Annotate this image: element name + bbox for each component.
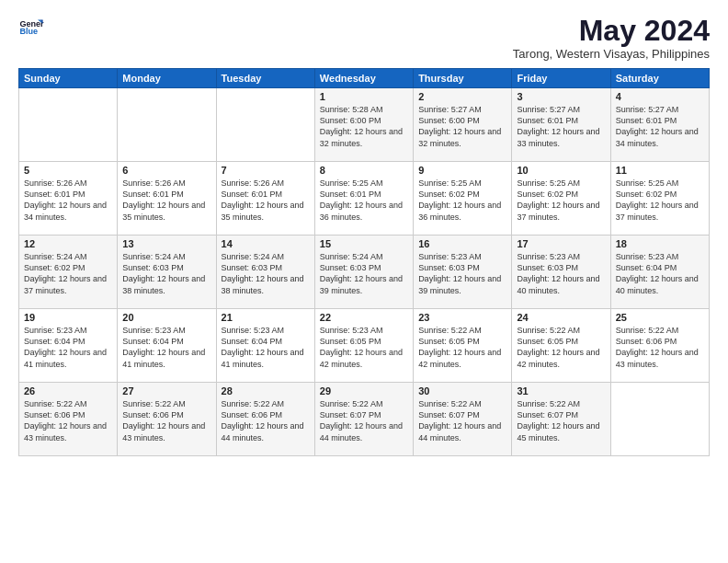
day-number: 7 <box>222 165 310 176</box>
table-row <box>216 88 314 162</box>
calendar-week-row: 12Sunrise: 5:24 AMSunset: 6:02 PMDayligh… <box>19 236 710 309</box>
day-number: 4 <box>616 91 704 102</box>
day-info: Sunrise: 5:25 AMSunset: 6:01 PMDaylight:… <box>320 178 408 223</box>
day-info: Sunrise: 5:23 AMSunset: 6:03 PMDaylight:… <box>418 251 506 296</box>
table-row: 14Sunrise: 5:24 AMSunset: 6:03 PMDayligh… <box>216 236 314 309</box>
title-block: May 2024 Tarong, Western Visayas, Philip… <box>513 15 710 61</box>
day-number: 16 <box>418 238 506 249</box>
day-info: Sunrise: 5:23 AMSunset: 6:04 PMDaylight:… <box>122 325 210 370</box>
day-info: Sunrise: 5:27 AMSunset: 6:01 PMDaylight:… <box>616 104 704 149</box>
table-row: 24Sunrise: 5:22 AMSunset: 6:05 PMDayligh… <box>512 309 610 383</box>
day-number: 9 <box>418 165 506 176</box>
table-row: 12Sunrise: 5:24 AMSunset: 6:02 PMDayligh… <box>19 236 118 309</box>
table-row: 13Sunrise: 5:24 AMSunset: 6:03 PMDayligh… <box>118 236 216 309</box>
day-info: Sunrise: 5:23 AMSunset: 6:04 PMDaylight:… <box>24 325 112 370</box>
table-row: 5Sunrise: 5:26 AMSunset: 6:01 PMDaylight… <box>19 162 118 236</box>
table-row: 27Sunrise: 5:22 AMSunset: 6:06 PMDayligh… <box>118 383 216 456</box>
logo-icon: General Blue <box>18 15 44 40</box>
table-row: 2Sunrise: 5:27 AMSunset: 6:00 PMDaylight… <box>414 88 512 162</box>
table-row: 21Sunrise: 5:23 AMSunset: 6:04 PMDayligh… <box>216 309 314 383</box>
day-info: Sunrise: 5:26 AMSunset: 6:01 PMDaylight:… <box>24 178 112 223</box>
table-row: 31Sunrise: 5:22 AMSunset: 6:07 PMDayligh… <box>512 383 610 456</box>
table-row: 30Sunrise: 5:22 AMSunset: 6:07 PMDayligh… <box>414 383 512 456</box>
col-tuesday: Tuesday <box>216 69 314 88</box>
table-row: 4Sunrise: 5:27 AMSunset: 6:01 PMDaylight… <box>610 88 709 162</box>
header-row: Sunday Monday Tuesday Wednesday Thursday… <box>19 69 710 88</box>
table-row: 18Sunrise: 5:23 AMSunset: 6:04 PMDayligh… <box>610 236 709 309</box>
day-info: Sunrise: 5:22 AMSunset: 6:05 PMDaylight:… <box>418 325 506 370</box>
day-info: Sunrise: 5:22 AMSunset: 6:07 PMDaylight:… <box>517 398 605 443</box>
day-number: 11 <box>616 165 704 176</box>
day-number: 21 <box>222 312 310 323</box>
table-row: 7Sunrise: 5:26 AMSunset: 6:01 PMDaylight… <box>216 162 314 236</box>
day-number: 29 <box>320 385 408 396</box>
calendar-week-row: 5Sunrise: 5:26 AMSunset: 6:01 PMDaylight… <box>19 162 710 236</box>
day-info: Sunrise: 5:25 AMSunset: 6:02 PMDaylight:… <box>418 178 506 223</box>
day-number: 19 <box>24 312 112 323</box>
calendar-page: General Blue May 2024 Tarong, Western Vi… <box>0 0 728 563</box>
location-text: Tarong, Western Visayas, Philippines <box>513 47 710 61</box>
col-friday: Friday <box>512 69 610 88</box>
table-row: 25Sunrise: 5:22 AMSunset: 6:06 PMDayligh… <box>610 309 709 383</box>
table-row: 29Sunrise: 5:22 AMSunset: 6:07 PMDayligh… <box>314 383 413 456</box>
header: General Blue May 2024 Tarong, Western Vi… <box>18 15 710 61</box>
table-row: 16Sunrise: 5:23 AMSunset: 6:03 PMDayligh… <box>414 236 512 309</box>
table-row: 8Sunrise: 5:25 AMSunset: 6:01 PMDaylight… <box>314 162 413 236</box>
day-info: Sunrise: 5:28 AMSunset: 6:00 PMDaylight:… <box>320 104 408 149</box>
table-row: 6Sunrise: 5:26 AMSunset: 6:01 PMDaylight… <box>118 162 216 236</box>
table-row: 10Sunrise: 5:25 AMSunset: 6:02 PMDayligh… <box>512 162 610 236</box>
table-row: 23Sunrise: 5:22 AMSunset: 6:05 PMDayligh… <box>414 309 512 383</box>
table-row: 11Sunrise: 5:25 AMSunset: 6:02 PMDayligh… <box>610 162 709 236</box>
day-number: 14 <box>222 238 310 249</box>
day-number: 13 <box>122 238 210 249</box>
day-number: 12 <box>24 238 112 249</box>
table-row: 3Sunrise: 5:27 AMSunset: 6:01 PMDaylight… <box>512 88 610 162</box>
day-number: 1 <box>320 91 408 102</box>
day-info: Sunrise: 5:22 AMSunset: 6:06 PMDaylight:… <box>222 398 310 443</box>
day-number: 8 <box>320 165 408 176</box>
day-info: Sunrise: 5:24 AMSunset: 6:03 PMDaylight:… <box>122 251 210 296</box>
table-row: 15Sunrise: 5:24 AMSunset: 6:03 PMDayligh… <box>314 236 413 309</box>
day-info: Sunrise: 5:26 AMSunset: 6:01 PMDaylight:… <box>222 178 310 223</box>
day-number: 23 <box>418 312 506 323</box>
day-number: 24 <box>517 312 605 323</box>
day-number: 2 <box>418 91 506 102</box>
day-info: Sunrise: 5:22 AMSunset: 6:06 PMDaylight:… <box>616 325 704 370</box>
logo: General Blue <box>18 15 44 40</box>
day-info: Sunrise: 5:23 AMSunset: 6:05 PMDaylight:… <box>320 325 408 370</box>
day-number: 3 <box>517 91 605 102</box>
col-thursday: Thursday <box>414 69 512 88</box>
table-row: 1Sunrise: 5:28 AMSunset: 6:00 PMDaylight… <box>314 88 413 162</box>
calendar-week-row: 19Sunrise: 5:23 AMSunset: 6:04 PMDayligh… <box>19 309 710 383</box>
day-info: Sunrise: 5:25 AMSunset: 6:02 PMDaylight:… <box>616 178 704 223</box>
day-info: Sunrise: 5:22 AMSunset: 6:06 PMDaylight:… <box>122 398 210 443</box>
svg-text:Blue: Blue <box>19 27 38 36</box>
table-row: 17Sunrise: 5:23 AMSunset: 6:03 PMDayligh… <box>512 236 610 309</box>
calendar-week-row: 26Sunrise: 5:22 AMSunset: 6:06 PMDayligh… <box>19 383 710 456</box>
table-row: 28Sunrise: 5:22 AMSunset: 6:06 PMDayligh… <box>216 383 314 456</box>
day-number: 31 <box>517 385 605 396</box>
col-monday: Monday <box>118 69 216 88</box>
day-number: 26 <box>24 385 112 396</box>
day-info: Sunrise: 5:27 AMSunset: 6:01 PMDaylight:… <box>517 104 605 149</box>
day-info: Sunrise: 5:24 AMSunset: 6:03 PMDaylight:… <box>320 251 408 296</box>
day-number: 6 <box>122 165 210 176</box>
month-year-title: May 2024 <box>513 15 710 47</box>
day-info: Sunrise: 5:22 AMSunset: 6:07 PMDaylight:… <box>320 398 408 443</box>
day-number: 5 <box>24 165 112 176</box>
day-number: 22 <box>320 312 408 323</box>
table-row: 26Sunrise: 5:22 AMSunset: 6:06 PMDayligh… <box>19 383 118 456</box>
day-number: 15 <box>320 238 408 249</box>
day-info: Sunrise: 5:26 AMSunset: 6:01 PMDaylight:… <box>122 178 210 223</box>
day-info: Sunrise: 5:25 AMSunset: 6:02 PMDaylight:… <box>517 178 605 223</box>
table-row <box>19 88 118 162</box>
table-row <box>118 88 216 162</box>
day-number: 17 <box>517 238 605 249</box>
day-info: Sunrise: 5:22 AMSunset: 6:06 PMDaylight:… <box>24 398 112 443</box>
calendar-table: Sunday Monday Tuesday Wednesday Thursday… <box>18 68 710 456</box>
table-row <box>610 383 709 456</box>
col-wednesday: Wednesday <box>314 69 413 88</box>
day-number: 20 <box>122 312 210 323</box>
col-sunday: Sunday <box>19 69 118 88</box>
day-number: 30 <box>418 385 506 396</box>
